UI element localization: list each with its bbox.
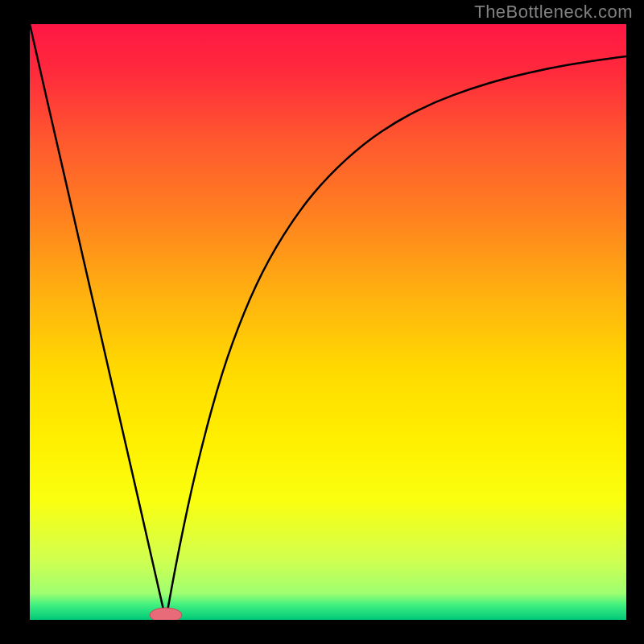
- chart-frame: TheBottleneck.com: [0, 0, 644, 644]
- plot-area: [30, 24, 626, 620]
- chart-svg: [30, 24, 626, 620]
- optimum-marker: [150, 608, 182, 620]
- watermark-text: TheBottleneck.com: [474, 2, 633, 23]
- gradient-background: [30, 24, 626, 620]
